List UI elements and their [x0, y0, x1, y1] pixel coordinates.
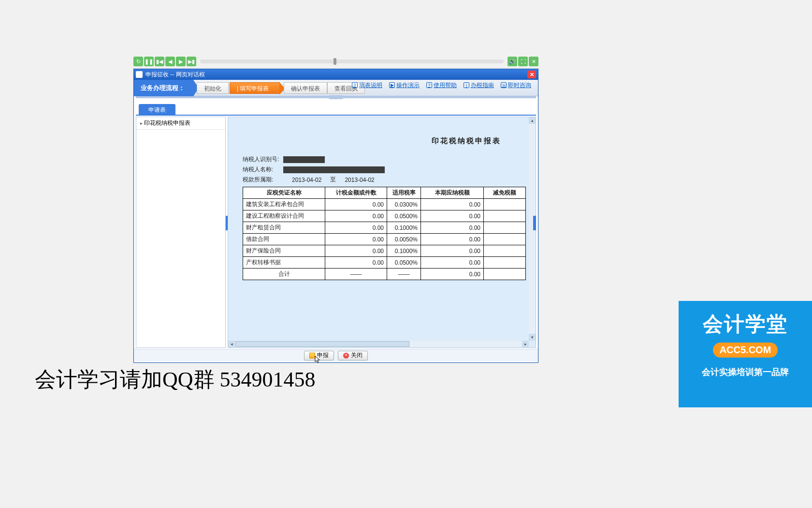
submit-button[interactable]: 申报 [304, 351, 334, 360]
tab-application-form[interactable]: 申请表 [139, 104, 175, 116]
th-amount: 计税金额或件数 [325, 187, 387, 199]
flow-step-confirm[interactable]: 确认申报表 [284, 82, 327, 94]
dialog-window: 申报征收 -- 网页对话框 ✕ ?填表说明 ▶操作演示 ?使用帮助 i办税指南 … [133, 69, 538, 363]
separator-handle[interactable] [329, 95, 343, 99]
stamp-tax-form: 印花税纳税申报表 纳税人识别号: 纳税人名称: 税款所属期: 2013-04-0… [243, 122, 526, 280]
player-close[interactable]: ✕ [529, 57, 538, 66]
play-icon: ▶ [389, 82, 395, 88]
promo-slogan: 会计实操培训第一品牌 [683, 366, 807, 378]
tab-row: 申请表 [136, 104, 536, 116]
h-scroll-thumb[interactable] [235, 341, 409, 347]
close-button[interactable]: ✕关闭 [338, 351, 368, 360]
link-tax-guide[interactable]: i办税指南 [464, 81, 494, 90]
period-from: 2013-04-02 [292, 177, 321, 183]
right-resize-handle[interactable] [533, 216, 536, 230]
help-icon: ? [352, 82, 358, 88]
link-demo[interactable]: ▶操作演示 [389, 81, 420, 90]
player-next[interactable]: ▶ [176, 57, 186, 66]
window-icon [136, 71, 143, 78]
taxpayer-name-value [283, 166, 385, 173]
player-reload[interactable]: ↻ [133, 57, 143, 66]
scroll-up-icon[interactable]: ▴ [529, 117, 536, 124]
flow-step-init[interactable]: 初始化 [197, 82, 229, 94]
promo-badge: 会计学堂 ACC5.COM 会计实操培训第一品牌 [679, 301, 812, 407]
document-icon [309, 353, 315, 359]
link-consult[interactable]: ☏即时咨询 [501, 81, 531, 90]
window-close-button[interactable]: ✕ [527, 71, 536, 78]
th-tax: 本期应纳税额 [421, 187, 484, 199]
table-total-row: 合计————0.00 [243, 269, 526, 280]
scroll-right-icon[interactable]: ▸ [522, 341, 529, 347]
player-seek-track[interactable] [200, 60, 504, 63]
th-voucher: 应税凭证名称 [243, 187, 325, 199]
taxpayer-name-label: 纳税人名称: [243, 165, 283, 174]
promo-url: ACC5.COM [713, 343, 778, 358]
link-fill-instructions[interactable]: ?填表说明 [352, 81, 382, 90]
phone-icon: ☏ [501, 82, 507, 88]
close-icon: ✕ [343, 353, 349, 359]
form-title: 印花税纳税申报表 [243, 136, 526, 146]
period-to: 2013-04-02 [345, 177, 374, 183]
tax-table: 应税凭证名称 计税金额或件数 适用税率 本期应纳税额 减免税额 建筑安装工程承包… [243, 187, 526, 280]
flow-step-fill-active[interactable]: | 填写申报表 [230, 82, 280, 94]
scroll-down-icon[interactable]: ▾ [529, 334, 536, 341]
player-seek-thumb[interactable] [334, 58, 336, 65]
period-label: 税款所属期: [243, 176, 283, 184]
horizontal-scrollbar[interactable]: ◂ ▸ [228, 341, 529, 347]
table-row: 财产租赁合同0.000.1000%0.00 [243, 222, 526, 234]
window-title: 申报征收 -- 网页对话框 [145, 71, 205, 79]
question-icon: ? [426, 82, 432, 88]
info-icon: i [464, 82, 469, 88]
separator [136, 96, 536, 98]
left-tree-pane: 印花税纳税申报表 [136, 117, 226, 348]
table-row: 产权转移书据0.000.0500%0.00 [243, 257, 526, 269]
player-fullscreen[interactable]: ⛶ [518, 57, 528, 66]
th-exempt: 减免税额 [484, 187, 526, 199]
titlebar: 申报征收 -- 网页对话框 ✕ [134, 69, 538, 80]
table-row: 建设工程勘察设计合同0.000.0500%0.00 [243, 210, 526, 222]
th-rate: 适用税率 [387, 187, 421, 199]
player-skip-start[interactable]: ▮◀ [155, 57, 164, 66]
period-sep: 至 [330, 176, 336, 184]
table-row: 建筑安装工程承包合同0.000.0300%0.00 [243, 199, 526, 210]
promo-title: 会计学堂 [683, 311, 807, 338]
help-link-bar: ?填表说明 ▶操作演示 ?使用帮助 i办税指南 ☏即时咨询 [345, 80, 538, 90]
table-header-row: 应税凭证名称 计税金额或件数 适用税率 本期应纳税额 减免税额 [243, 187, 526, 199]
player-skip-end[interactable]: ▶▮ [187, 57, 196, 66]
scroll-left-icon[interactable]: ◂ [228, 341, 235, 347]
player-controls: ↻ ❚❚ ▮◀ ◀ ▶ ▶▮ 🔊 ⛶ ✕ [133, 56, 538, 67]
tree-item-stamp-tax[interactable]: 印花税纳税申报表 [136, 117, 225, 130]
player-volume[interactable]: 🔊 [508, 57, 517, 66]
taxpayer-id-value [283, 156, 325, 163]
link-usage-help[interactable]: ?使用帮助 [426, 81, 457, 90]
table-row: 借款合同0.000.0050%0.00 [243, 234, 526, 245]
bottom-button-bar: 申报 ✕关闭 [134, 349, 538, 361]
table-row: 财产保险合同0.000.1000%0.00 [243, 245, 526, 257]
player-pause[interactable]: ❚❚ [144, 57, 154, 66]
player-prev[interactable]: ◀ [165, 57, 175, 66]
form-pane: 印花税纳税申报表 纳税人识别号: 纳税人名称: 税款所属期: 2013-04-0… [228, 117, 536, 348]
flow-label: 业务办理流程： [134, 80, 193, 96]
qq-group-overlay: 会计学习请加QQ群 534901458 [35, 365, 316, 394]
taxpayer-id-label: 纳税人识别号: [243, 155, 283, 164]
